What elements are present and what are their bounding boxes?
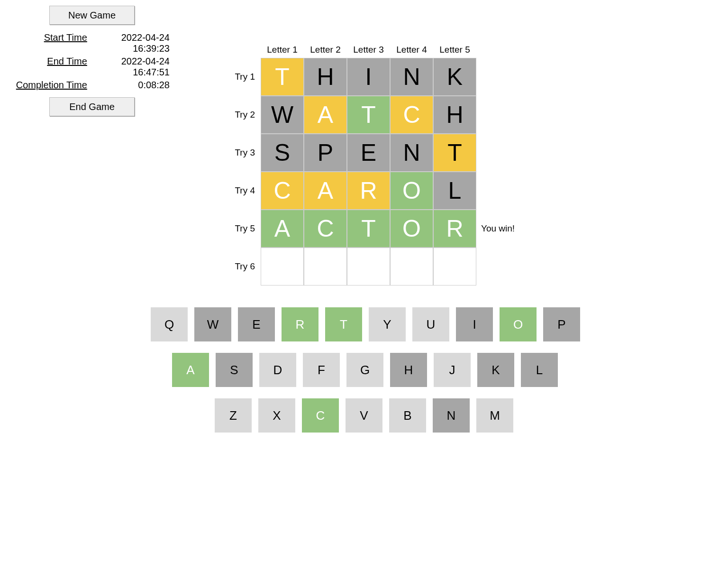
key-i[interactable]: I xyxy=(456,307,493,341)
column-header: Letter 1 xyxy=(261,45,304,55)
guess-row: Try 3SPENT xyxy=(224,134,515,172)
letter-cell[interactable]: E xyxy=(347,134,390,172)
guess-row: Try 2WATCH xyxy=(224,96,515,134)
key-n[interactable]: N xyxy=(433,398,470,433)
letter-cell[interactable]: C xyxy=(304,210,347,248)
row-label: Try 4 xyxy=(224,172,261,210)
key-q[interactable]: Q xyxy=(151,307,188,341)
letter-cell[interactable]: O xyxy=(390,210,433,248)
letter-cell[interactable]: W xyxy=(261,96,304,134)
key-u[interactable]: U xyxy=(412,307,449,341)
key-p[interactable]: P xyxy=(543,307,580,341)
letter-cell[interactable]: T xyxy=(261,58,304,96)
key-m[interactable]: M xyxy=(476,398,513,433)
end-time-label: End Time xyxy=(11,56,87,67)
key-b[interactable]: B xyxy=(389,398,426,433)
completion-time-label: Completion Time xyxy=(11,80,87,91)
letter-cell[interactable]: R xyxy=(433,210,476,248)
key-r[interactable]: R xyxy=(282,307,318,341)
keyboard-row: QWERTYUIOP xyxy=(151,307,587,341)
key-g[interactable]: G xyxy=(346,353,383,387)
letter-cell[interactable]: I xyxy=(347,58,390,96)
column-header: Letter 3 xyxy=(347,45,390,55)
key-f[interactable]: F xyxy=(303,353,340,387)
completion-time-value: 0:08:28 xyxy=(97,80,173,91)
row-message: You win! xyxy=(476,210,515,248)
row-label: Try 6 xyxy=(224,248,261,286)
letter-cell[interactable]: T xyxy=(347,210,390,248)
letter-cell[interactable]: T xyxy=(347,96,390,134)
letter-cell[interactable]: A xyxy=(261,210,304,248)
keyboard-row: ZXCVBNM xyxy=(215,398,587,433)
keyboard: QWERTYUIOPASDFGHJKLZXCVBNM xyxy=(151,307,587,444)
column-header: Letter 4 xyxy=(390,45,433,55)
key-j[interactable]: J xyxy=(434,353,471,387)
row-label: Try 5 xyxy=(224,210,261,248)
letter-cell[interactable]: N xyxy=(390,134,433,172)
letter-cell[interactable]: A xyxy=(304,96,347,134)
letter-cell[interactable]: S xyxy=(261,134,304,172)
letter-cell[interactable]: K xyxy=(433,58,476,96)
start-time-label: Start Time xyxy=(11,32,87,43)
key-w[interactable]: W xyxy=(194,307,231,341)
letter-cell[interactable]: N xyxy=(390,58,433,96)
letter-cell[interactable]: L xyxy=(433,172,476,210)
letter-cell[interactable]: A xyxy=(304,172,347,210)
guess-row: Try 5ACTORYou win! xyxy=(224,210,515,248)
row-label: Try 2 xyxy=(224,96,261,134)
key-t[interactable]: T xyxy=(325,307,362,341)
game-board: Letter 1Letter 2Letter 3Letter 4Letter 5… xyxy=(224,45,515,286)
new-game-button[interactable]: New Game xyxy=(49,6,135,25)
key-h[interactable]: H xyxy=(390,353,427,387)
guess-rows: Try 1THINKTry 2WATCHTry 3SPENTTry 4CAROL… xyxy=(224,58,515,286)
key-v[interactable]: V xyxy=(346,398,382,433)
letter-cell[interactable]: R xyxy=(347,172,390,210)
keyboard-row: ASDFGHJKL xyxy=(172,353,587,387)
column-headers: Letter 1Letter 2Letter 3Letter 4Letter 5 xyxy=(261,45,515,55)
key-s[interactable]: S xyxy=(216,353,253,387)
start-time-value: 2022-04-24 16:39:23 xyxy=(97,32,173,54)
key-y[interactable]: Y xyxy=(369,307,406,341)
key-l[interactable]: L xyxy=(521,353,558,387)
row-label: Try 3 xyxy=(224,134,261,172)
letter-cell[interactable] xyxy=(433,248,476,286)
guess-row: Try 4CAROL xyxy=(224,172,515,210)
guess-row: Try 6 xyxy=(224,248,515,286)
key-k[interactable]: K xyxy=(477,353,514,387)
key-d[interactable]: D xyxy=(259,353,296,387)
letter-cell[interactable]: O xyxy=(390,172,433,210)
key-a[interactable]: A xyxy=(172,353,209,387)
column-header: Letter 5 xyxy=(433,45,476,55)
end-game-button[interactable]: End Game xyxy=(49,97,135,116)
info-panel: New Game Start Time 2022-04-24 16:39:23 … xyxy=(11,6,173,116)
key-z[interactable]: Z xyxy=(215,398,252,433)
letter-cell[interactable]: T xyxy=(433,134,476,172)
end-time-value: 2022-04-24 16:47:51 xyxy=(97,56,173,78)
row-label: Try 1 xyxy=(224,58,261,96)
letter-cell[interactable] xyxy=(347,248,390,286)
key-o[interactable]: O xyxy=(500,307,537,341)
guess-row: Try 1THINK xyxy=(224,58,515,96)
letter-cell[interactable]: H xyxy=(304,58,347,96)
letter-cell[interactable] xyxy=(261,248,304,286)
letter-cell[interactable]: C xyxy=(390,96,433,134)
letter-cell[interactable] xyxy=(304,248,347,286)
key-c[interactable]: C xyxy=(302,398,339,433)
letter-cell[interactable]: C xyxy=(261,172,304,210)
letter-cell[interactable] xyxy=(390,248,433,286)
column-header: Letter 2 xyxy=(304,45,347,55)
letter-cell[interactable]: H xyxy=(433,96,476,134)
key-x[interactable]: X xyxy=(258,398,295,433)
letter-cell[interactable]: P xyxy=(304,134,347,172)
key-e[interactable]: E xyxy=(238,307,275,341)
times-block: Start Time 2022-04-24 16:39:23 End Time … xyxy=(11,32,173,91)
